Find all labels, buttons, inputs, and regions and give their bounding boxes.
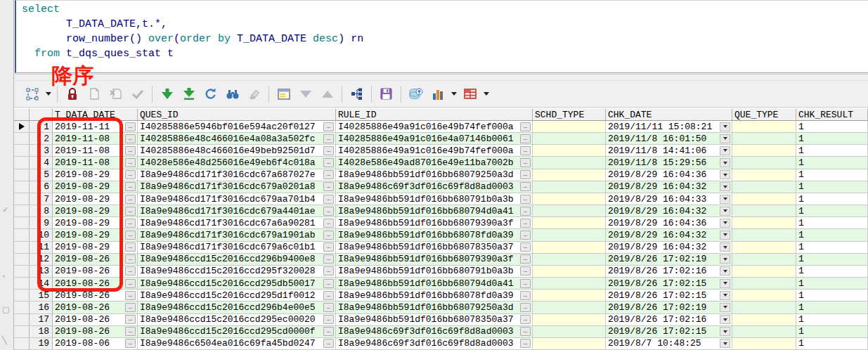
cell-t-data-date[interactable]: 2019-11-08… (53, 145, 138, 157)
cell-ellipsis-button[interactable]: … (323, 146, 334, 155)
cell-schd-type[interactable] (533, 302, 606, 313)
row-number-cell[interactable]: 7 (30, 193, 53, 205)
cell-chk-date[interactable]: 2019/8/29 16:04:32 (606, 205, 732, 217)
cell-ellipsis-button[interactable]: … (323, 315, 334, 324)
cell-ellipsis-button[interactable]: … (323, 242, 334, 252)
cell-t-data-date[interactable]: 2019-08-29… (53, 169, 138, 181)
cell-schd-type[interactable] (533, 338, 606, 350)
date-dropdown-button[interactable] (720, 279, 730, 288)
cell-ques-id[interactable]: I8a9e9486ccd15c2016ccd295d1f0012… (138, 290, 336, 302)
cell-chk-date[interactable]: 2019/8/29 16:04:33 (606, 193, 732, 205)
date-dropdown-button[interactable] (720, 158, 730, 167)
cell-ellipsis-button[interactable]: … (323, 279, 334, 288)
cell-rule-id[interactable]: I8a9e9486c69f3df016c69f8d8ad0003… (336, 326, 533, 338)
cell-que-type[interactable] (732, 302, 796, 313)
cell-ellipsis-button[interactable]: … (520, 158, 531, 167)
cell-ellipsis-button[interactable]: … (323, 182, 334, 191)
cell-t-data-date[interactable]: 2019-08-26… (53, 266, 138, 278)
date-dropdown-button[interactable] (720, 231, 730, 240)
cell-t-data-date[interactable]: 2019-08-26… (53, 326, 138, 338)
cell-ellipsis-button[interactable]: … (125, 242, 136, 252)
cell-rule-id[interactable]: I40285886e49a91c016e49b74fef000a… (336, 145, 533, 157)
cell-t-data-date[interactable]: 2019-08-29… (53, 229, 138, 241)
cell-chk-date[interactable]: 2019/8/29 16:04:36 (606, 169, 732, 181)
row-number-cell[interactable]: 4 (30, 157, 53, 169)
cell-que-type[interactable] (732, 314, 796, 326)
cell-chk-date[interactable]: 2019/8/7 10:48:25 (606, 338, 732, 350)
cell-schd-type[interactable] (533, 205, 606, 217)
date-dropdown-button[interactable] (720, 195, 730, 204)
cell-ques-id[interactable]: I8a9e9486ccd15c2016ccd296b4e00e5… (138, 302, 336, 313)
panel-splitter[interactable] (15, 74, 868, 81)
cell-ellipsis-button[interactable]: … (125, 182, 136, 191)
cell-t-data-date[interactable]: 2019-11-08… (53, 133, 138, 145)
cell-rule-id[interactable]: I8a9e9486bb591df016bb68078350a37… (336, 314, 533, 326)
cell-chk-result[interactable]: 1 (796, 133, 868, 145)
cell-schd-type[interactable] (533, 254, 606, 266)
cell-ellipsis-button[interactable]: … (125, 315, 136, 324)
cell-ques-id[interactable]: I8a9e9486cd171f3016cdc679a0201a8… (138, 181, 336, 193)
date-dropdown-button[interactable] (720, 207, 730, 216)
cell-chk-result[interactable]: 1 (796, 205, 868, 217)
cell-ellipsis-button[interactable]: … (520, 195, 531, 204)
cell-schd-type[interactable] (533, 266, 606, 278)
next-record-button[interactable] (294, 84, 316, 104)
cell-ques-id[interactable]: I8a9e9486ccd15c2016ccd295cd0000f… (138, 326, 336, 338)
cell-chk-result[interactable]: 1 (796, 193, 868, 205)
cell-chk-result[interactable]: 1 (796, 254, 868, 266)
cell-t-data-date[interactable]: 2019-08-26… (53, 314, 138, 326)
date-dropdown-button[interactable] (720, 146, 730, 155)
cell-chk-date[interactable]: 2019/11/8 16:01:50 (606, 133, 732, 145)
cell-schd-type[interactable] (533, 217, 606, 229)
cell-chk-result[interactable]: 1 (796, 314, 868, 326)
cell-ellipsis-button[interactable]: … (323, 219, 334, 228)
cell-ellipsis-button[interactable]: … (125, 279, 136, 288)
cell-chk-date[interactable]: 2019/8/29 16:04:32 (606, 181, 732, 193)
cell-ellipsis-button[interactable]: … (323, 303, 334, 312)
cell-rule-id[interactable]: I8a9e9486bb591df016bb68078350a37… (336, 242, 533, 254)
delete-row-button[interactable] (105, 84, 127, 104)
export-data-button[interactable] (405, 84, 427, 104)
date-dropdown-button[interactable] (720, 315, 730, 324)
cell-rule-id[interactable]: I8a9e9486bb591df016bb68079390a3f… (336, 254, 533, 266)
cell-rule-id[interactable]: I8a9e9486bb591df016bb680794d0a41… (336, 278, 533, 290)
cell-ques-id[interactable]: I4028e586e48d256016e49eb6f4c018a… (138, 157, 336, 169)
cell-chk-date[interactable]: 2019/8/26 17:02:16 (606, 314, 732, 326)
column-header-chk-result[interactable]: CHK_RESULT (796, 108, 868, 121)
cell-chk-result[interactable]: 1 (796, 157, 868, 169)
cell-ellipsis-button[interactable]: … (125, 339, 136, 348)
cell-ellipsis-button[interactable]: … (323, 134, 334, 143)
clear-button[interactable] (243, 84, 265, 104)
date-dropdown-button[interactable] (720, 242, 730, 252)
cell-chk-result[interactable]: 1 (796, 169, 868, 181)
cell-chk-date[interactable]: 2019/8/29 16:04:32 (606, 229, 732, 241)
cell-chk-date[interactable]: 2019/8/26 17:02:19 (606, 302, 732, 313)
chart-dropdown[interactable] (448, 84, 459, 104)
cell-ques-id[interactable]: I40285886e48c466016e49beb92501d7… (138, 145, 336, 157)
cell-que-type[interactable] (732, 145, 796, 157)
row-number-cell[interactable]: 19 (30, 338, 53, 350)
cell-schd-type[interactable] (533, 133, 606, 145)
cell-rule-id[interactable]: I40285886e49a91c016e49b74fef000a… (336, 121, 533, 133)
cell-ellipsis-button[interactable]: … (520, 182, 531, 191)
cell-t-data-date[interactable]: 2019-08-29… (53, 217, 138, 229)
cell-que-type[interactable] (732, 193, 796, 205)
row-number-cell[interactable]: 9 (30, 217, 53, 229)
cell-ellipsis-button[interactable]: … (125, 291, 136, 300)
cell-ellipsis-button[interactable]: … (323, 158, 334, 167)
cell-chk-result[interactable]: 1 (796, 290, 868, 302)
column-header-chk-date[interactable]: CHK_DATE (606, 108, 732, 121)
cell-que-type[interactable] (732, 326, 796, 338)
row-number-cell[interactable]: 3 (30, 145, 53, 157)
cell-ellipsis-button[interactable]: … (125, 254, 136, 264)
cell-chk-result[interactable]: 1 (796, 278, 868, 290)
cell-que-type[interactable] (732, 133, 796, 145)
cell-chk-result[interactable]: 1 (796, 326, 868, 338)
cell-rule-id[interactable]: I8a9e9486bb591df016bb68078fd0a39… (336, 229, 533, 241)
row-number-cell[interactable]: 13 (30, 266, 53, 278)
date-dropdown-button[interactable] (720, 219, 730, 228)
cell-rule-id[interactable]: I8a9e9486bb591df016bb68079250a3d… (336, 302, 533, 313)
cell-t-data-date[interactable]: 2019-08-29… (53, 205, 138, 217)
cell-t-data-date[interactable]: 2019-11-11… (53, 121, 138, 133)
post-changes-button[interactable] (127, 84, 148, 104)
